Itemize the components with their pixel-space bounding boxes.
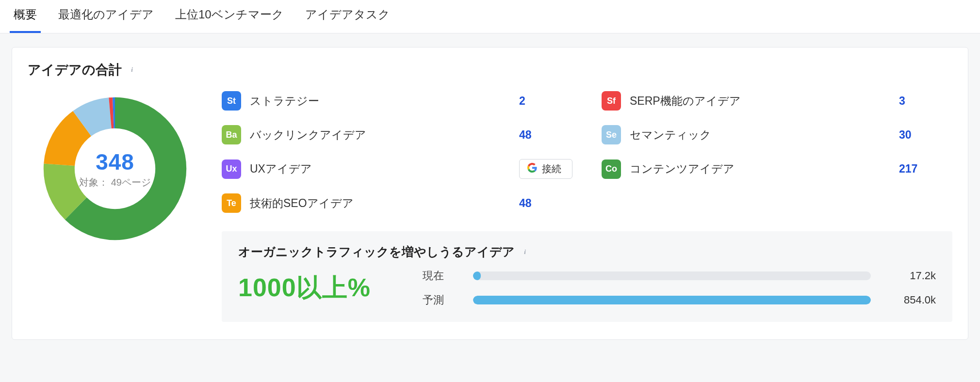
- donut-total: 348: [96, 149, 134, 175]
- bar-value: 854.0k: [882, 294, 936, 306]
- traffic-row-forecast: 予測 854.0k: [423, 293, 936, 307]
- idea-technical-seo[interactable]: Te 技術的SEOアイデア 48: [222, 193, 572, 213]
- main-row: 348 対象： 49ページ St ストラテジー 2 Sf SE: [28, 91, 952, 322]
- idea-label: 技術的SEOアイデア: [250, 196, 395, 211]
- idea-backlinks[interactable]: Ba バックリンクアイデア 48: [222, 125, 572, 144]
- total-ideas-card: アイデアの合計 i: [12, 47, 968, 340]
- tab-overview[interactable]: 概要: [10, 0, 41, 33]
- donut-subtitle: 対象： 49ページ: [79, 176, 151, 189]
- bar-track-current: [473, 271, 871, 280]
- bar-track-forecast: [473, 296, 871, 304]
- traffic-row-current: 現在 17.2k: [423, 269, 936, 283]
- badge-se: Se: [602, 125, 621, 144]
- badge-co: Co: [602, 159, 621, 179]
- idea-value: 3: [899, 95, 952, 108]
- info-icon[interactable]: i: [128, 65, 136, 74]
- tab-optimization-ideas[interactable]: 最適化のアイデア: [54, 0, 158, 33]
- traffic-growth-box: オーガニックトラフィックを増やしうるアイデア i 1000以上% 現在 17.2…: [222, 231, 952, 322]
- connect-google-button[interactable]: 接続: [519, 159, 572, 179]
- badge-st: St: [222, 91, 241, 111]
- donut-center: 348 対象： 49ページ: [37, 91, 193, 246]
- donut-chart: 348 対象： 49ページ: [37, 91, 193, 246]
- traffic-bars: 現在 17.2k 予測 854.: [423, 269, 936, 307]
- idea-label: SERP機能のアイデア: [630, 94, 775, 109]
- tab-bar: 概要 最適化のアイデア 上位10ベンチマーク アイデアタスク: [0, 0, 980, 33]
- badge-ba: Ba: [222, 125, 241, 144]
- right-column: St ストラテジー 2 Sf SERP機能のアイデア 3 Ba バックリンクアイ…: [222, 91, 952, 322]
- google-icon: [527, 163, 537, 175]
- idea-value: 48: [519, 128, 572, 142]
- badge-sf: Sf: [602, 91, 621, 111]
- idea-label: ストラテジー: [250, 94, 395, 109]
- card-title-row: アイデアの合計 i: [28, 61, 952, 79]
- tab-idea-tasks[interactable]: アイデアタスク: [301, 0, 394, 33]
- idea-label: UXアイデア: [250, 161, 395, 176]
- idea-label: コンテンツアイデア: [630, 161, 775, 176]
- badge-te: Te: [222, 193, 241, 213]
- badge-ux: Ux: [222, 159, 241, 179]
- idea-value: 30: [899, 128, 952, 142]
- bar-label: 現在: [423, 269, 461, 283]
- panel-wrap: アイデアの合計 i: [0, 33, 980, 353]
- traffic-title: オーガニックトラフィックを増やしうるアイデア: [238, 244, 515, 260]
- traffic-percent: 1000以上%: [238, 271, 403, 305]
- traffic-body: 1000以上% 現在 17.2k 予測: [238, 269, 936, 307]
- idea-value: 217: [899, 162, 952, 175]
- idea-label: セマンティック: [630, 127, 775, 143]
- bar-fill-forecast: [473, 296, 871, 304]
- card-title: アイデアの合計: [28, 61, 122, 79]
- donut-column: 348 対象： 49ページ: [28, 91, 202, 246]
- idea-ux[interactable]: Ux UXアイデア 接続: [222, 159, 572, 179]
- idea-content[interactable]: Co コンテンツアイデア 217: [602, 159, 952, 179]
- idea-semantic[interactable]: Se セマンティック 30: [602, 125, 952, 144]
- idea-value: 2: [519, 95, 572, 108]
- idea-grid: St ストラテジー 2 Sf SERP機能のアイデア 3 Ba バックリンクアイ…: [222, 91, 952, 213]
- idea-serp-features[interactable]: Sf SERP機能のアイデア 3: [602, 91, 952, 111]
- info-icon[interactable]: i: [521, 248, 529, 256]
- bar-fill-current: [473, 271, 481, 280]
- tab-top10-benchmark[interactable]: 上位10ベンチマーク: [171, 0, 288, 33]
- connect-label: 接続: [542, 162, 561, 175]
- idea-label: バックリンクアイデア: [250, 127, 395, 143]
- bar-label: 予測: [423, 293, 461, 307]
- traffic-title-row: オーガニックトラフィックを増やしうるアイデア i: [238, 244, 936, 260]
- idea-strategy[interactable]: St ストラテジー 2: [222, 91, 572, 111]
- bar-value: 17.2k: [882, 270, 936, 282]
- idea-value: 48: [519, 197, 572, 210]
